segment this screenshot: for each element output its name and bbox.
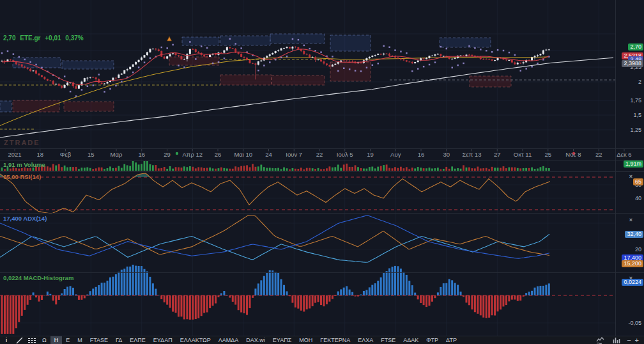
price-tick-label: 2 xyxy=(638,79,641,85)
toolbar-item-ευαπς[interactable]: ΕΥΑΠΣ xyxy=(269,336,295,344)
toolbar-item-ε[interactable]: Ε xyxy=(62,336,73,344)
toolbar-item-ελπε[interactable]: ΕΛΠΕ xyxy=(126,336,150,344)
trendline-tool-icon[interactable] xyxy=(13,336,26,344)
info-icon[interactable]: i xyxy=(0,336,13,344)
toolbar-item-ευδαπ[interactable]: ΕΥΔΑΠ xyxy=(150,336,176,344)
volume-value-badge: 1,91m xyxy=(624,160,643,168)
macd-value-badge: 0,0224 xyxy=(622,279,643,286)
toolbar-item-γεκτερνα[interactable]: ΓΕΚΤΕΡΝΑ xyxy=(316,336,354,344)
close-rsi-button[interactable]: × xyxy=(629,174,632,180)
rsi-tick-label: 40 xyxy=(635,195,641,201)
last-price-badge: 2,70 xyxy=(628,43,643,51)
price-change-percent: 0,37% xyxy=(65,35,83,42)
last-price: 2,70 xyxy=(3,35,15,42)
price-axis[interactable]: 2,2521,751,51,25604020-0,052,52182,482,3… xyxy=(615,0,644,336)
toolbar-item-ftase[interactable]: FTASE xyxy=(86,336,112,344)
adx-tick-label: 20 xyxy=(635,246,641,253)
toolbar-item-η[interactable]: Η xyxy=(50,336,63,344)
indicator-list-icon[interactable] xyxy=(26,336,38,344)
price-tick-label: 1,5 xyxy=(633,112,641,118)
di-minus-value-badge: 32,40 xyxy=(625,231,643,238)
toolbar-item-μοη[interactable]: ΜΟΗ xyxy=(295,336,316,344)
toolbar-item-ω[interactable]: Ω xyxy=(38,336,50,344)
toolbar-item-ftse[interactable]: FTSE xyxy=(377,336,399,344)
platform-watermark: ZTRADE xyxy=(4,139,40,146)
volume-indicator-label[interactable]: 1,91 m Volume xyxy=(3,161,45,168)
symbol-name: ETE.gr xyxy=(20,35,40,42)
bottom-toolbar: i ΩΗΕΜFTASEΓΔΕΛΠΕΕΥΔΑΠΕΛΛΑΚΤΩΡΛΑΜΔΑDAX.w… xyxy=(0,336,644,344)
toolbar-item-λαμδα[interactable]: ΛΑΜΔΑ xyxy=(215,336,243,344)
rsi-indicator-label[interactable]: 65,00 RSI(14) xyxy=(3,173,41,180)
price-tick-label: 1,25 xyxy=(630,127,641,133)
trading-app-window: 2,70 ETE.gr +0,01 0,37% ZTRADE 1,91 m Vo… xyxy=(0,0,644,344)
rsi-value-badge: 65 xyxy=(633,178,643,185)
price-change: +0,01 xyxy=(45,35,61,42)
macd-indicator-label[interactable]: 0,0224 MACD-Histogram xyxy=(3,274,73,281)
toolbar-item-αδακ[interactable]: ΑΔΑΚ xyxy=(399,336,422,344)
chart-canvas[interactable] xyxy=(0,0,644,336)
toolbar-item-μ[interactable]: Μ xyxy=(73,336,86,344)
toolbar-item-ελλακτωρ[interactable]: ΕΛΛΑΚΤΩΡ xyxy=(176,336,215,344)
ma-gray-value-badge: 2,3988 xyxy=(622,60,643,67)
close-adx-button[interactable]: × xyxy=(629,217,632,223)
bar-chart-icon[interactable] xyxy=(610,336,623,344)
macd-tick-label: -0,05 xyxy=(628,320,641,326)
zoom-in-button[interactable]: + xyxy=(635,337,639,344)
di-plus-value-badge: 15,200 xyxy=(622,260,643,267)
toolbar-item-ελχα[interactable]: ΕΛΧΑ xyxy=(354,336,377,344)
toolbar-item-dax.wi[interactable]: DAX.wi xyxy=(242,336,269,344)
toolbar-item-γδ[interactable]: ΓΔ xyxy=(112,336,126,344)
line-chart-icon[interactable] xyxy=(594,336,606,344)
adx-indicator-label[interactable]: 17,400 ADX(14) xyxy=(3,215,47,222)
zoom-out-button[interactable]: − xyxy=(627,337,631,344)
price-tick-label: 1,75 xyxy=(630,97,641,104)
symbol-legend[interactable]: 2,70 ETE.gr +0,01 0,37% xyxy=(3,35,86,42)
toolbar-item-φτρ[interactable]: ΦΤΡ xyxy=(422,336,442,344)
toolbar-item-δτρ[interactable]: ΔΤΡ xyxy=(442,336,461,344)
close-macd-button[interactable]: × xyxy=(629,276,632,281)
